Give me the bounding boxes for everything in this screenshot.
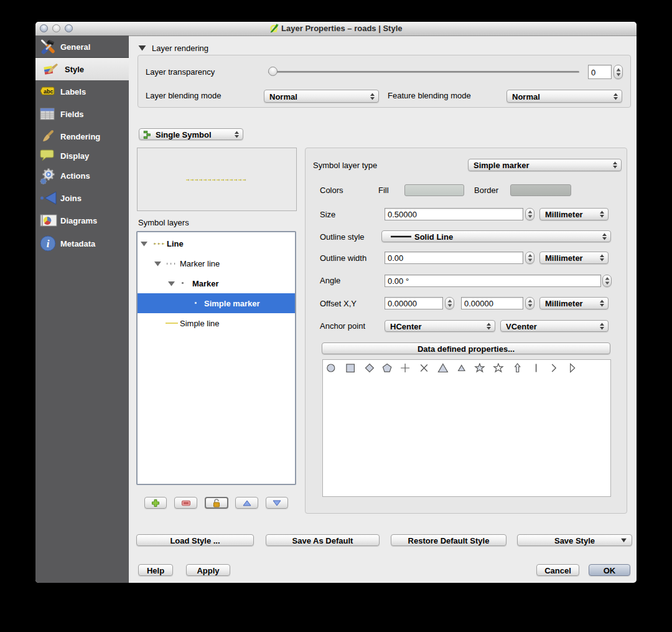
svg-text:i: i: [47, 238, 50, 250]
svg-text:abc: abc: [44, 88, 54, 95]
